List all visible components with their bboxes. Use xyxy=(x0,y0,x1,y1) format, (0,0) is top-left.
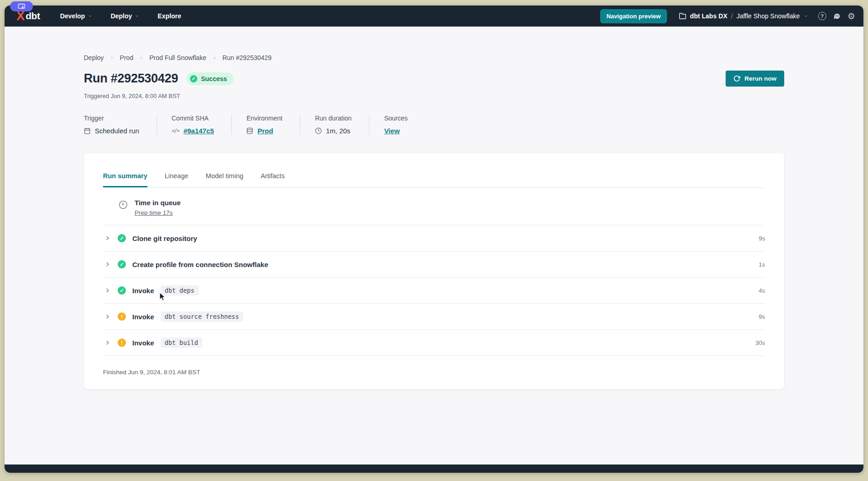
meta-commit-sha: Commit SHA </> #9a147c5 xyxy=(157,115,232,135)
page-title: Run #292530429 xyxy=(84,71,178,86)
rerun-now-button[interactable]: Rerun now xyxy=(726,71,784,87)
nav-menu-explore-label: Explore xyxy=(157,12,181,20)
step-row-dbt-deps[interactable]: Invoke dbt deps 4s xyxy=(103,278,765,304)
navbar-icons: ⚙ xyxy=(818,12,855,21)
feedback-icon[interactable] xyxy=(833,12,841,20)
chevron-down-icon xyxy=(803,14,808,18)
extension-badge[interactable] xyxy=(10,1,33,11)
tab-lineage[interactable]: Lineage xyxy=(165,172,189,187)
step-label: Invoke xyxy=(132,313,154,321)
nav-menu-deploy-label: Deploy xyxy=(111,12,132,20)
dbt-logo-text: dbt xyxy=(26,11,40,22)
title-row: Run #292530429 Success Rerun now xyxy=(84,71,784,87)
step-command: dbt build xyxy=(161,338,202,348)
run-summary-card: Run summary Lineage Model timing Artifac… xyxy=(84,153,784,389)
status-badge: Success xyxy=(186,72,233,85)
step-status-icon xyxy=(118,286,126,295)
meta-sources-label: Sources xyxy=(384,115,407,122)
chevron-right-icon xyxy=(109,55,114,60)
screen-share-icon xyxy=(18,4,25,10)
step-duration: 1s xyxy=(759,261,765,268)
chevron-down-icon xyxy=(135,14,139,18)
run-metadata-row: Trigger Scheduled run Commit SHA </> #9a… xyxy=(84,115,784,135)
code-icon: </> xyxy=(172,128,179,134)
clock-icon xyxy=(119,200,128,209)
dbt-logo[interactable]: X dbt xyxy=(16,10,40,22)
step-command: dbt deps xyxy=(161,285,199,295)
nav-menu-explore[interactable]: Explore xyxy=(157,12,181,20)
success-check-icon xyxy=(190,75,197,82)
step-duration: 4s xyxy=(759,287,765,294)
meta-trigger-label: Trigger xyxy=(84,115,139,122)
step-row-dbt-build[interactable]: Invoke dbt build 30s xyxy=(103,330,765,356)
step-status-icon xyxy=(118,312,126,321)
step-status-icon xyxy=(118,260,126,268)
breadcrumb-current-run: Run #292530429 xyxy=(222,54,271,61)
top-navbar: X dbt Develop Deploy Explore Navigation … xyxy=(5,5,863,27)
step-label: Invoke xyxy=(132,339,154,347)
rerun-now-label: Rerun now xyxy=(744,75,776,82)
breadcrumb-prod[interactable]: Prod xyxy=(120,54,134,61)
step-status-icon xyxy=(118,339,126,347)
account-name: dbt Labs DX xyxy=(690,12,727,20)
tab-bar: Run summary Lineage Model timing Artifac… xyxy=(103,153,765,188)
step-command: dbt source freshness xyxy=(161,312,244,322)
meta-environment-label: Environment xyxy=(246,115,282,122)
navbar-right: Navigation preview dbt Labs DX / Jaffle … xyxy=(600,9,855,23)
tab-run-summary[interactable]: Run summary xyxy=(103,172,147,187)
dbt-logo-icon: X xyxy=(16,10,24,22)
main-content: Deploy Prod Prod Full Snowflake Run #292… xyxy=(5,27,863,465)
step-label: Create profile from connection Snowflake xyxy=(132,261,268,268)
time-in-queue-title: Time in queue xyxy=(135,199,181,207)
step-label: Clone git repository xyxy=(132,235,197,242)
sources-view-link[interactable]: View xyxy=(384,127,400,135)
tab-model-timing[interactable]: Model timing xyxy=(206,172,243,187)
step-duration: 9s xyxy=(759,235,765,242)
nav-menu-deploy[interactable]: Deploy xyxy=(111,12,140,20)
step-row-create-profile[interactable]: Create profile from connection Snowflake… xyxy=(103,251,765,278)
chevron-right-icon[interactable] xyxy=(104,313,111,320)
commit-sha-link[interactable]: #9a147c5 xyxy=(184,127,214,135)
chevron-right-icon[interactable] xyxy=(104,287,111,294)
status-badge-label: Success xyxy=(201,75,227,82)
prep-time-link[interactable]: Prep time 17s xyxy=(135,209,173,216)
chevron-right-icon[interactable] xyxy=(104,235,111,242)
project-name: Jaffle Shop Snowflake xyxy=(737,12,800,20)
folder-icon xyxy=(679,12,686,20)
breadcrumb-deploy[interactable]: Deploy xyxy=(84,54,104,61)
breadcrumb: Deploy Prod Prod Full Snowflake Run #292… xyxy=(84,54,784,61)
chevron-right-icon xyxy=(139,55,144,60)
help-icon[interactable] xyxy=(818,12,826,20)
meta-sources: Sources View xyxy=(369,115,425,135)
navigation-preview-button[interactable]: Navigation preview xyxy=(600,9,667,23)
chevron-down-icon xyxy=(88,14,92,18)
path-separator: / xyxy=(731,12,733,20)
chevron-right-icon[interactable] xyxy=(104,339,111,346)
calendar-icon xyxy=(84,127,91,134)
database-icon xyxy=(246,127,253,134)
account-project-selector[interactable]: dbt Labs DX / Jaffle Shop Snowflake xyxy=(679,12,808,20)
tab-artifacts[interactable]: Artifacts xyxy=(261,172,285,187)
finished-timestamp: Finished Jun 9, 2024, 8:01 AM BST xyxy=(103,369,765,376)
meta-trigger: Trigger Scheduled run xyxy=(84,115,157,135)
step-label: Invoke xyxy=(132,287,154,295)
time-in-queue-row: Time in queue Prep time 17s xyxy=(103,188,765,225)
breadcrumb-job[interactable]: Prod Full Snowflake xyxy=(149,54,206,61)
chevron-right-icon xyxy=(212,55,217,60)
environment-link[interactable]: Prod xyxy=(257,127,273,135)
meta-duration-label: Run duration xyxy=(315,115,352,122)
nav-menu-develop-label: Develop xyxy=(60,12,85,20)
refresh-icon xyxy=(733,75,740,82)
nav-menu-develop[interactable]: Develop xyxy=(60,12,92,20)
meta-duration-value: 1m, 20s xyxy=(326,127,350,135)
meta-trigger-value: Scheduled run xyxy=(95,127,139,135)
app-window: X dbt Develop Deploy Explore Navigation … xyxy=(5,5,863,473)
meta-environment: Environment Prod xyxy=(231,115,300,135)
chevron-right-icon[interactable] xyxy=(104,261,111,268)
step-status-icon xyxy=(118,234,126,242)
meta-commit-label: Commit SHA xyxy=(172,115,214,122)
step-row-dbt-source-freshness[interactable]: Invoke dbt source freshness 9s xyxy=(103,304,765,330)
step-row-clone-git[interactable]: Clone git repository 9s xyxy=(103,225,765,251)
window-footer xyxy=(5,465,863,473)
gear-icon[interactable]: ⚙ xyxy=(847,12,855,21)
